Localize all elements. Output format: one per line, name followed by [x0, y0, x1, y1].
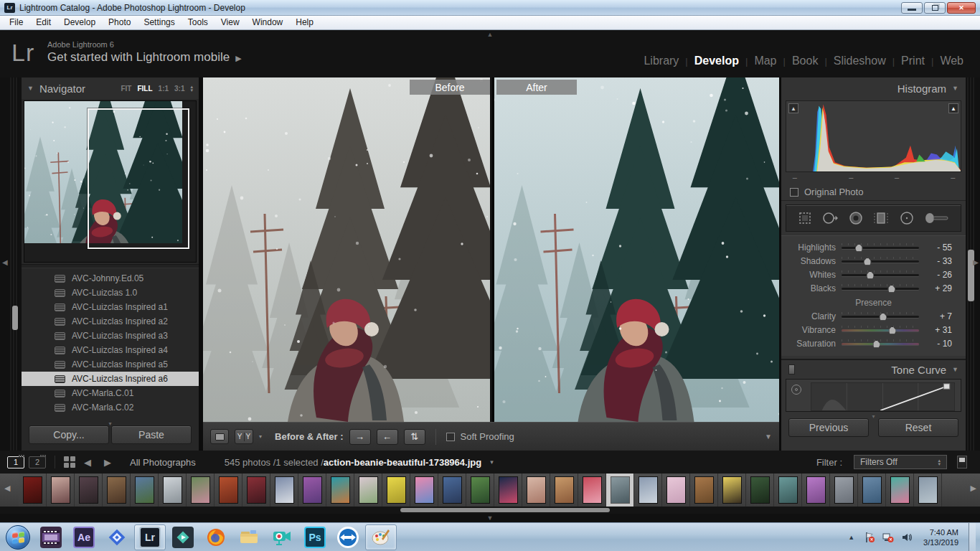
clarity-slider[interactable]: Clarity + 7 — [787, 309, 960, 323]
collapse-left-arrow[interactable]: ◀ — [2, 258, 8, 266]
go-forward-arrow[interactable]: ▶ — [100, 457, 116, 468]
action-center-icon[interactable] — [863, 531, 876, 544]
filmstrip-thumbnail[interactable] — [242, 474, 270, 507]
filmstrip-thumbnail[interactable] — [578, 474, 606, 507]
taskbar-filmora-button[interactable] — [167, 524, 199, 550]
swap-before-after-button[interactable]: ⇅ — [404, 429, 425, 445]
taskbar-firefox-button[interactable] — [200, 524, 232, 550]
histogram-header[interactable]: Histogram ▼ — [781, 77, 966, 99]
zoom-option-fill[interactable]: FILL — [137, 85, 152, 93]
menu-view[interactable]: View — [215, 16, 246, 29]
module-slideshow[interactable]: Slideshow — [827, 55, 892, 67]
filmstrip-thumbnail[interactable] — [19, 474, 47, 507]
main-window-button[interactable]: 1 — [7, 456, 24, 468]
red-eye-tool[interactable] — [847, 209, 865, 227]
filmstrip-thumbnail[interactable] — [466, 474, 494, 507]
module-print[interactable]: Print — [895, 55, 931, 67]
filmstrip-thumbnail[interactable] — [802, 474, 830, 507]
preset-item[interactable]: AVC-Luizclas Inspired a3 — [22, 329, 199, 343]
preset-item[interactable]: AVC-Johnny.Ed.05 — [22, 271, 199, 286]
zoom-option-fit[interactable]: FIT — [121, 85, 131, 93]
filmstrip-thumbnail[interactable] — [382, 474, 410, 507]
filmstrip-thumbnail[interactable] — [830, 474, 858, 507]
panel-expand-icon[interactable]: ▼ — [27, 85, 34, 92]
taskbar-after-effects-button[interactable]: Ae — [68, 524, 100, 550]
second-window-button[interactable]: 2 — [29, 456, 46, 468]
filmstrip-scroll-left-icon[interactable]: ◀ — [4, 484, 10, 493]
paste-button[interactable]: Paste — [111, 425, 192, 444]
go-back-arrow[interactable]: ◀ — [80, 457, 95, 468]
taskbar-diamond-app-button[interactable] — [101, 524, 133, 550]
filmstrip-thumbnail[interactable] — [270, 474, 298, 507]
menu-photo[interactable]: Photo — [102, 16, 137, 29]
navigator-preview[interactable] — [24, 100, 197, 263]
copy-button[interactable]: Copy... — [29, 425, 109, 444]
spot-removal-tool[interactable] — [821, 209, 839, 227]
collapse-top-arrow[interactable]: ▲ — [487, 31, 494, 38]
menu-file[interactable]: File — [3, 16, 29, 29]
previous-button[interactable]: Previous — [788, 418, 869, 437]
tone-curve-panel[interactable] — [786, 379, 961, 412]
module-develop[interactable]: Develop — [688, 55, 745, 67]
zoom-option-3-1[interactable]: 3:1 — [174, 85, 184, 93]
taskbar-explorer-button[interactable] — [233, 524, 265, 550]
preset-item[interactable]: AVC-Luizclas Inspired a4 — [22, 343, 199, 357]
menu-tools[interactable]: Tools — [182, 16, 215, 29]
taskbar-screen-recorder-button[interactable] — [266, 524, 298, 550]
after-pane[interactable]: After — [492, 77, 779, 422]
filmstrip-thumbnail[interactable] — [494, 474, 522, 507]
preset-item[interactable]: AVC-Luizclas Inspired a5 — [22, 357, 199, 372]
filmstrip-thumbnail[interactable] — [47, 474, 75, 507]
filmstrip-thumbnail[interactable] — [354, 474, 382, 507]
filmstrip-thumbnail[interactable] — [690, 474, 718, 507]
filmstrip-thumbnail[interactable] — [215, 474, 242, 507]
radial-filter-tool[interactable] — [897, 209, 916, 227]
filmstrip-thumbnail[interactable] — [298, 474, 326, 507]
navigator-header[interactable]: ▼ Navigator FITFILL1:13:1▴▾ — [22, 77, 199, 99]
saturation-slider[interactable]: Saturation - 10 — [787, 336, 960, 350]
filmstrip-thumbnail[interactable] — [662, 474, 690, 507]
preset-item[interactable]: AVC-Luizclas Inspired a2 — [22, 314, 199, 329]
histogram-collapse-icon[interactable]: ▼ — [952, 85, 958, 92]
filmstrip-thumbnail[interactable] — [914, 474, 942, 507]
before-after-view-button[interactable]: YY — [235, 429, 253, 444]
filmstrip-thumbnail[interactable] — [522, 474, 550, 507]
filmstrip-thumbnail[interactable] — [187, 474, 215, 507]
menu-help[interactable]: Help — [289, 16, 320, 29]
preset-item[interactable]: AVC-Luizclas Inspired a1 — [22, 300, 199, 314]
module-map[interactable]: Map — [748, 55, 783, 67]
zoom-option-1-1[interactable]: 1:1 — [159, 85, 169, 93]
volume-icon[interactable] — [900, 531, 913, 544]
filmstrip-thumbnail[interactable] — [550, 474, 578, 507]
filmstrip-thumbnail[interactable] — [886, 474, 914, 507]
module-book[interactable]: Book — [786, 55, 824, 67]
shadows-slider[interactable]: Shadows - 33 — [787, 254, 960, 268]
filmstrip-scroll-right-icon[interactable]: ▶ — [971, 484, 976, 493]
right-panel-edge[interactable]: ▶ — [966, 77, 980, 451]
right-scrollbar[interactable] — [968, 250, 974, 301]
taskbar-teamviewer-button[interactable] — [332, 524, 364, 550]
panel-toggle-switch[interactable] — [788, 364, 795, 375]
menu-develop[interactable]: Develop — [57, 16, 102, 29]
filmstrip-thumbnail[interactable] — [774, 474, 802, 507]
collapse-bottom-arrow[interactable]: ▼ — [487, 514, 494, 522]
filmstrip-thumbnail[interactable] — [159, 474, 187, 507]
before-pane[interactable]: Before — [203, 77, 490, 422]
preset-item[interactable]: AVC-Luizclas 1.0 — [22, 286, 199, 300]
filmstrip-scrollbar[interactable] — [400, 508, 610, 512]
navigator-crop-rect[interactable] — [88, 108, 189, 249]
zoom-updown-icon[interactable]: ▴▾ — [190, 85, 193, 92]
taskbar-paint-app-button[interactable] — [365, 524, 397, 550]
soft-proofing-checkbox[interactable] — [446, 433, 455, 441]
filmstrip-thumbnail[interactable] — [410, 474, 438, 507]
collapse-right-arrow[interactable]: ▶ — [973, 258, 979, 266]
panel-caret-icon[interactable]: ▾ — [872, 413, 875, 420]
original-photo-checkbox[interactable] — [790, 188, 798, 197]
taskbar-movie-maker-button[interactable] — [35, 524, 67, 550]
target-adjustment-icon[interactable] — [791, 385, 801, 395]
identity-plate[interactable]: Get started with Lightroom mobile▶ — [47, 50, 242, 65]
filmstrip-thumbnail[interactable] — [746, 474, 774, 507]
module-web[interactable]: Web — [933, 55, 970, 67]
filmstrip-thumbnail[interactable] — [438, 474, 466, 507]
copy-before-to-after-button[interactable]: → — [349, 429, 371, 445]
